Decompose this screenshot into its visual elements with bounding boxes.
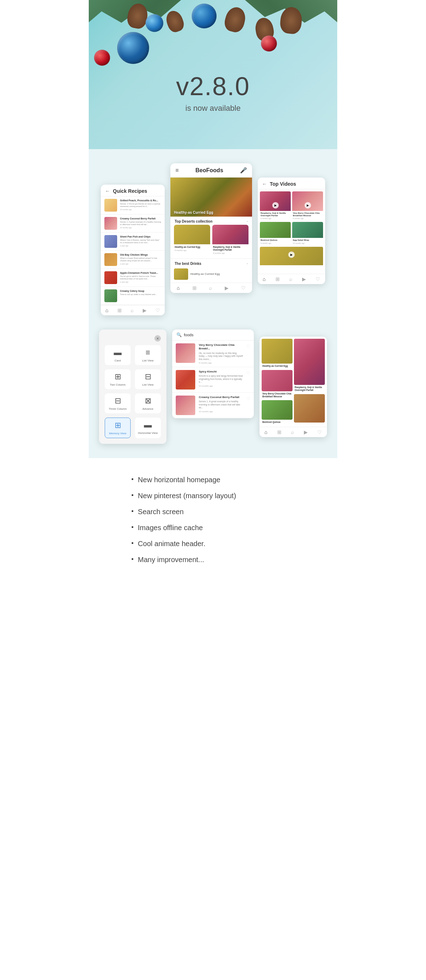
dessert-info-1: Healthy-as Curried Egg 8 months ago bbox=[174, 244, 210, 253]
video-card-1[interactable]: ▶ Raspberry, Goji & Vanilla Overnight Pa… bbox=[260, 191, 291, 221]
layout-option-advance[interactable]: ⊠ Advance bbox=[135, 393, 161, 413]
bullet-5: • bbox=[131, 540, 134, 547]
desserts-more-icon[interactable]: › bbox=[247, 220, 248, 223]
dessert-card-1[interactable]: Healthy-as Curried Egg 8 months ago bbox=[174, 225, 210, 256]
grid-label-curry: Healthy-as Curried Egg bbox=[262, 364, 292, 369]
grid-nav-icon-main[interactable]: ⊞ bbox=[192, 285, 197, 291]
layout-option-two-col[interactable]: ⊞ Two Column bbox=[105, 369, 130, 389]
search-nav-icon-g[interactable]: ⌕ bbox=[291, 429, 294, 435]
memory-layout-icon: ⊞ bbox=[114, 421, 121, 430]
dessert-card-2[interactable]: Raspberry, Goji & Vanilla Overnight Parf… bbox=[212, 225, 248, 256]
recipe-list: Grilled Peach, Proscuitto & Ro... Serves… bbox=[101, 196, 165, 305]
grid-item-extra[interactable] bbox=[294, 394, 325, 423]
list-item[interactable]: Old Bay Chicken Wings What's a Super Bow… bbox=[101, 251, 165, 269]
home-nav-icon-main[interactable]: ⌂ bbox=[177, 285, 180, 291]
play-icon-1[interactable]: ▶ bbox=[272, 202, 279, 208]
search-result-1[interactable]: Very Berry Chocolate Chia Breakf... Ok, … bbox=[172, 340, 254, 367]
profile-nav-icon-v[interactable]: ♡ bbox=[316, 276, 320, 282]
video-info-1: Raspberry, Goji & Vanilla Overnight Parf… bbox=[260, 211, 291, 221]
list-item[interactable]: Creamy Celery Soup Time to curl up under… bbox=[101, 287, 165, 305]
video-card-3[interactable]: Beetroot Quinoa 6 months ago bbox=[260, 222, 291, 245]
layout-option-horizontal[interactable]: ▬ Horizontal View bbox=[135, 418, 161, 438]
profile-nav-icon[interactable]: ♡ bbox=[156, 307, 160, 313]
recipe-time-4: a year ago bbox=[120, 263, 161, 265]
list-item[interactable]: Sheet Pan Fish and Chips Where I live in… bbox=[101, 232, 165, 251]
back-arrow-videos-icon[interactable]: ← bbox=[262, 181, 267, 187]
grid-nav-icon[interactable]: ⊞ bbox=[118, 307, 122, 313]
video-nav-icon[interactable]: ▶ bbox=[143, 307, 146, 313]
phone-search-screen: 🔍 foods Very Berry Chocolate Chia Breakf… bbox=[172, 329, 254, 418]
close-button[interactable]: ✕ bbox=[154, 335, 161, 342]
video-card-4[interactable]: Egg Salad Wrap 10 months ago bbox=[292, 222, 323, 245]
home-nav-icon-v[interactable]: ⌂ bbox=[263, 276, 265, 282]
recipe-info-3: Sheet Pan Fish and Chips Where I live in… bbox=[120, 235, 161, 247]
bottom-nav-videos: ⌂ ⊞ ⌕ ▶ ♡ bbox=[258, 274, 325, 284]
search-nav-icon[interactable]: ⌕ bbox=[130, 307, 134, 313]
hero-section: v2.8.0 is now available bbox=[89, 0, 337, 149]
recipe-thumb-4 bbox=[104, 253, 117, 266]
video-card-5[interactable]: ▶ bbox=[260, 247, 323, 272]
search-name-3: Creamy Coconut Berry Parfait bbox=[199, 396, 243, 399]
list2-layout-icon: ⊟ bbox=[145, 372, 151, 381]
recipe-name-4: Old Bay Chicken Wings bbox=[120, 253, 161, 256]
grid-nav-icon-v[interactable]: ⊞ bbox=[275, 276, 280, 282]
profile-nav-icon-g[interactable]: ♡ bbox=[317, 429, 322, 435]
home-nav-icon[interactable]: ⌂ bbox=[105, 307, 108, 313]
ornament-red-left bbox=[94, 50, 110, 66]
home-nav-icon-g[interactable]: ⌂ bbox=[264, 429, 267, 435]
ornament-red-right bbox=[261, 35, 277, 51]
memory-layout-label: Memory View bbox=[109, 432, 126, 435]
search-bar[interactable]: 🔍 foods bbox=[172, 329, 254, 340]
list-item[interactable]: Grilled Peach, Proscuitto & Ro... Serves… bbox=[101, 196, 165, 215]
masonry-col2: Raspberry, Goji & Vanilla Overnight Parf… bbox=[294, 339, 325, 425]
recipe-thumb-3 bbox=[104, 235, 117, 248]
mic-icon[interactable]: 🎤 bbox=[240, 167, 247, 173]
advance-layout-label: Advance bbox=[142, 407, 153, 410]
video-nav-icon-g[interactable]: ▶ bbox=[304, 429, 308, 435]
three-col-layout-icon: ⊟ bbox=[114, 396, 121, 406]
grid-item-curry[interactable]: Healthy-as Curried Egg bbox=[262, 339, 292, 369]
heart-icon-1[interactable]: ♡ bbox=[246, 344, 250, 349]
list-item[interactable]: Apple-Cinnamon French Toast... You've go… bbox=[101, 269, 165, 287]
search-info-1: Very Berry Chocolate Chia Breakf... Ok, … bbox=[199, 344, 243, 364]
recipe-desc-2: Serves 1. A great example of a healthy m… bbox=[120, 221, 161, 226]
search-result-2[interactable]: Spicy Kimchi Kimchi is a spicy and tangy… bbox=[172, 367, 254, 393]
layout-option-list1[interactable]: ≡ List View bbox=[135, 345, 161, 365]
phone-main-app: ≡ BeoFoods 🎤 Healthy-as Curried Egg Top … bbox=[170, 163, 252, 293]
layout-option-three-col[interactable]: ⊟ Three Column bbox=[105, 393, 130, 413]
video-nav-icon-v[interactable]: ▶ bbox=[302, 276, 306, 282]
dessert-name-2: Raspberry, Goji & Vanilla Overnight Parf… bbox=[213, 246, 248, 251]
video-nav-icon-main[interactable]: ▶ bbox=[225, 285, 229, 291]
bullet-6: • bbox=[131, 556, 134, 563]
search-nav-icon-main[interactable]: ⌕ bbox=[209, 285, 212, 291]
hero-subtitle: is now available bbox=[176, 104, 250, 113]
grid-item-berry[interactable]: Very Berry Chocolate Chia Breakfast Mous… bbox=[262, 370, 292, 399]
layout-option-card[interactable]: ▬ Card bbox=[105, 345, 130, 365]
list-item[interactable]: Creamy Coconut Berry Parfait Serves 1. A… bbox=[101, 215, 165, 232]
hero-decorations bbox=[89, 0, 337, 78]
drinks-more-icon[interactable]: › bbox=[247, 262, 248, 265]
drinks-label: Healthy-as Curried Egg bbox=[190, 272, 220, 275]
grid-img-curry bbox=[262, 339, 292, 364]
top-videos-title: Top Videos bbox=[270, 181, 296, 187]
search-nav-icon-v[interactable]: ⌕ bbox=[289, 276, 292, 282]
grid-nav-icon-g[interactable]: ⊞ bbox=[277, 429, 281, 435]
two-col-layout-label: Two Column bbox=[110, 383, 125, 386]
play-icon-2[interactable]: ▶ bbox=[305, 202, 311, 208]
grid-item-parfait[interactable]: Raspberry, Goji & Vanilla Overnight Parf… bbox=[294, 339, 325, 393]
hamburger-icon[interactable]: ≡ bbox=[175, 167, 178, 173]
layout-option-list2[interactable]: ⊟ List View bbox=[135, 369, 161, 389]
video-card-2[interactable]: ▶ Very Berry Chocolate Chia Breakfast Mo… bbox=[292, 191, 323, 221]
search-result-3[interactable]: Creamy Coconut Berry Parfait Serves 1. A… bbox=[172, 393, 254, 418]
profile-nav-icon-main[interactable]: ♡ bbox=[241, 285, 246, 291]
recipe-desc-4: What's a Super Bowl without wings? In th… bbox=[120, 257, 161, 262]
play-icon-5[interactable]: ▶ bbox=[288, 251, 295, 258]
back-arrow-icon[interactable]: ← bbox=[105, 188, 110, 194]
search-name-1: Very Berry Chocolate Chia Breakf... bbox=[199, 344, 243, 351]
grid-img-quinoa bbox=[262, 400, 292, 420]
grid-item-quinoa[interactable]: Beetroot Quinoa bbox=[262, 400, 292, 425]
layout-option-memory[interactable]: ⊞ Memory View bbox=[105, 418, 130, 438]
heart-icon-2[interactable]: ♡ bbox=[246, 371, 250, 375]
heart-icon-3[interactable]: ♡ bbox=[246, 396, 250, 401]
video-time-2: 6 months ago bbox=[293, 217, 322, 220]
